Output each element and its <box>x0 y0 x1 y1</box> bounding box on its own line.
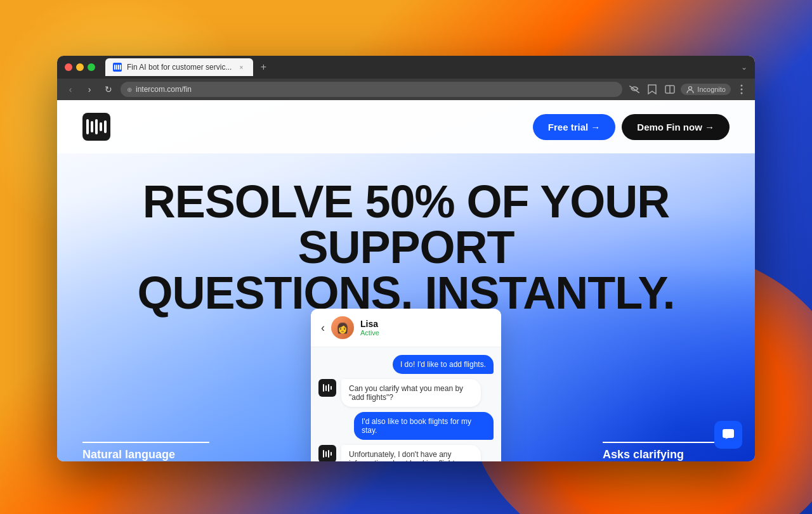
tab-bar: Fin AI bot for customer servic... × + ⌄ <box>105 58 747 76</box>
browser-window: Fin AI bot for customer servic... × + ⌄ … <box>57 56 755 461</box>
browser-title-bar: Fin AI bot for customer servic... × + ⌄ <box>57 56 755 79</box>
chat-back-button[interactable]: ‹ <box>321 321 325 335</box>
header-buttons: Free trial → Demo Fin now → <box>533 114 730 140</box>
logo-bar-1 <box>86 119 89 134</box>
close-window-button[interactable] <box>65 63 72 71</box>
eye-off-icon[interactable] <box>627 82 641 96</box>
logo-bar-2 <box>91 121 93 132</box>
address-bar[interactable]: ⊕ intercom.com/fin <box>121 82 622 97</box>
address-text: intercom.com/fin <box>136 85 192 94</box>
message-2-row: Can you clarify what you mean by "add fl… <box>318 379 494 407</box>
intercom-logo[interactable] <box>82 113 110 141</box>
chat-demo: ‹ 👩 Lisa Active I do! I'd like to add fl… <box>311 309 501 461</box>
more-options-icon[interactable] <box>735 82 749 96</box>
bot-avatar-2 <box>318 445 336 461</box>
tab-close-button[interactable]: × <box>237 63 246 72</box>
message-4: Unfortunately, I don't have any informat… <box>341 445 481 461</box>
hero-headline: RESOLVE 50% OF YOUR SUPPORT QUESTIONS. I… <box>82 179 730 316</box>
logo-bar-3 <box>95 119 98 134</box>
website-area: Free trial → Demo Fin now → RESOLVE 50% … <box>57 100 755 461</box>
back-button[interactable]: ‹ <box>63 82 77 96</box>
chat-user-name: Lisa <box>360 319 491 329</box>
svg-point-5 <box>741 89 743 91</box>
split-view-icon[interactable] <box>663 82 677 96</box>
svg-point-6 <box>741 93 743 94</box>
chat-user-avatar: 👩 <box>331 316 354 339</box>
incognito-button[interactable]: Incognito <box>681 84 731 95</box>
message-2: Can you clarify what you mean by "add fl… <box>341 379 481 407</box>
feature-label-right: Asks clarifying <box>603 442 730 461</box>
feature-label-left: Natural language <box>82 442 209 461</box>
active-tab[interactable]: Fin AI bot for customer servic... × <box>105 58 253 76</box>
message-3: I'd also like to book flights for my sta… <box>354 412 494 440</box>
maximize-window-button[interactable] <box>88 63 95 71</box>
hero-section: RESOLVE 50% OF YOUR SUPPORT QUESTIONS. I… <box>57 153 755 328</box>
browser-chrome: Fin AI bot for customer servic... × + ⌄ … <box>57 56 755 100</box>
website-content: Free trial → Demo Fin now → RESOLVE 50% … <box>57 100 755 461</box>
minimize-window-button[interactable] <box>76 63 84 71</box>
chat-user-status: Active <box>360 329 491 337</box>
svg-rect-7 <box>723 429 734 438</box>
bookmark-icon[interactable] <box>645 82 659 96</box>
chat-user-info: Lisa Active <box>360 319 491 337</box>
chat-messages: I do! I'd like to add flights. Can you c… <box>311 347 501 461</box>
svg-point-3 <box>689 87 692 90</box>
message-4-row: Unfortunately, I don't have any informat… <box>318 445 494 461</box>
site-header: Free trial → Demo Fin now → <box>57 100 755 153</box>
free-trial-button[interactable]: Free trial → <box>533 114 616 140</box>
forward-button[interactable]: › <box>82 82 96 96</box>
browser-toolbar: ‹ › ↻ ⊕ intercom.com/fin <box>57 79 755 100</box>
demo-fin-button[interactable]: Demo Fin now → <box>622 114 730 140</box>
chat-widget-button[interactable] <box>714 421 742 449</box>
tab-favicon <box>113 63 122 72</box>
logo-bar-4 <box>100 122 102 131</box>
new-tab-button[interactable]: + <box>256 60 271 75</box>
tab-title: Fin AI bot for customer servic... <box>127 63 232 72</box>
refresh-button[interactable]: ↻ <box>102 82 115 96</box>
logo-bar-5 <box>104 120 107 133</box>
tab-expand-button[interactable]: ⌄ <box>741 63 747 72</box>
traffic-lights <box>65 63 95 71</box>
toolbar-actions: Incognito <box>627 82 749 96</box>
secure-icon: ⊕ <box>127 86 132 93</box>
incognito-label: Incognito <box>697 86 726 93</box>
chat-header: ‹ 👩 Lisa Active <box>311 309 501 347</box>
svg-point-4 <box>741 85 743 87</box>
bot-avatar <box>318 379 336 397</box>
message-1: I do! I'd like to add flights. <box>393 355 494 374</box>
chat-widget-icon <box>721 428 735 442</box>
